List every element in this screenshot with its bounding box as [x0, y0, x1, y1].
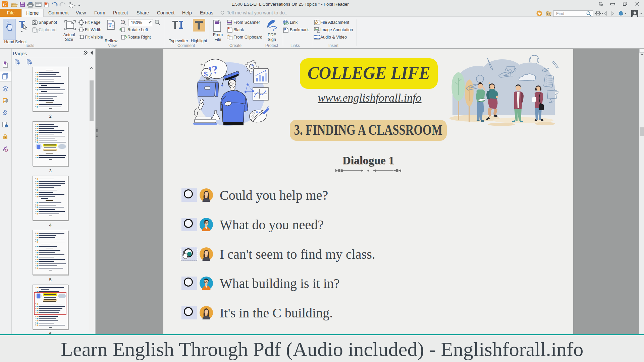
- svg-text:T: T: [108, 22, 112, 28]
- svg-text:G: G: [3, 2, 7, 7]
- svg-text:$: $: [204, 70, 208, 78]
- svg-text:T: T: [112, 24, 114, 28]
- svg-text:Find: Find: [556, 11, 564, 16]
